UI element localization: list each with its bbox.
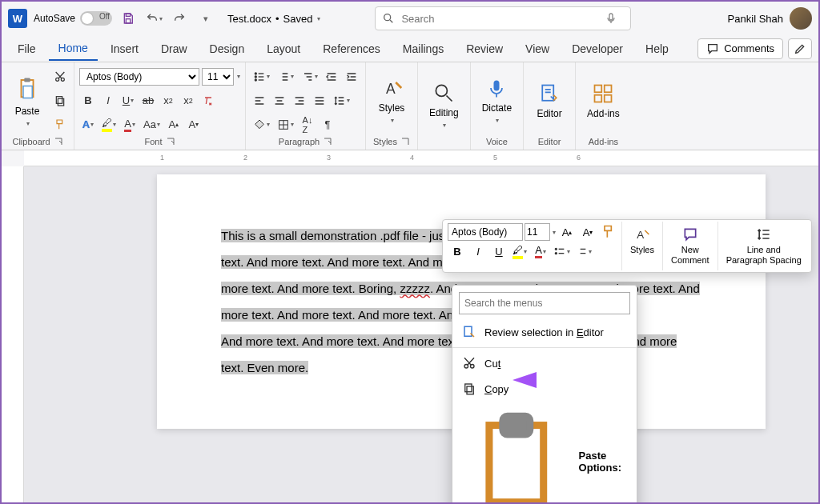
numbering-icon[interactable]: ▾ (573, 242, 593, 260)
svg-rect-1 (126, 19, 130, 23)
dialog-launcher-icon[interactable] (54, 137, 63, 146)
dialog-launcher-icon[interactable] (166, 137, 175, 146)
svg-rect-32 (503, 416, 530, 434)
grow-font-icon[interactable]: A▴ (557, 223, 577, 241)
highlight-icon[interactable]: 🖊▾ (510, 242, 529, 260)
horizontal-ruler[interactable]: 1 2 3 4 5 6 (24, 150, 818, 166)
strikethrough-button[interactable]: ab (139, 92, 157, 110)
search-box[interactable] (375, 6, 631, 30)
grow-font-icon[interactable]: A▴ (165, 116, 183, 134)
bold-button[interactable]: B (448, 242, 467, 260)
svg-point-13 (255, 79, 256, 81)
align-center-icon[interactable] (271, 92, 288, 110)
undo-icon[interactable]: ▾ (144, 9, 163, 28)
font-family-select[interactable]: Aptos (Body) (79, 68, 199, 86)
align-right-icon[interactable] (291, 92, 308, 110)
tab-view[interactable]: View (516, 38, 559, 60)
shrink-font-icon[interactable]: A▾ (185, 116, 203, 134)
shading-icon[interactable]: ▾ (251, 116, 272, 134)
menu-search-input[interactable] (459, 292, 630, 314)
format-painter-icon[interactable] (599, 223, 618, 241)
align-left-icon[interactable] (251, 92, 268, 110)
line-spacing-icon[interactable]: ▾ (331, 92, 352, 110)
mini-styles-button[interactable]: A Styles (625, 223, 659, 258)
subscript-button[interactable]: x2 (159, 92, 177, 110)
menu-cut[interactable]: Cut (452, 350, 637, 376)
italic-button[interactable]: I (99, 92, 117, 110)
bullets-icon[interactable]: ▾ (251, 68, 272, 86)
bold-button[interactable]: B (79, 92, 97, 110)
group-editing: Editing ▾ (418, 62, 471, 150)
increase-indent-icon[interactable] (343, 68, 360, 86)
justify-icon[interactable] (311, 92, 328, 110)
line-spacing-button[interactable]: Line andParagraph Spacing (722, 223, 806, 269)
decrease-indent-icon[interactable] (323, 68, 340, 86)
font-color-icon[interactable]: A▾ (531, 242, 550, 260)
styles-button[interactable]: A Styles ▾ (371, 66, 412, 135)
svg-point-11 (255, 73, 256, 74)
paste-button[interactable]: Paste ▾ (6, 66, 48, 135)
chevron-down-icon[interactable]: ▾ (237, 73, 240, 80)
redo-icon[interactable] (170, 9, 189, 28)
underline-button[interactable]: U▾ (119, 92, 137, 110)
menu-review-editor[interactable]: Review selection in Editor (452, 319, 637, 345)
copy-icon[interactable] (51, 92, 69, 110)
save-icon[interactable] (119, 9, 138, 28)
superscript-button[interactable]: x2 (179, 92, 197, 110)
bullets-icon[interactable]: ▾ (552, 242, 572, 260)
dialog-launcher-icon[interactable] (400, 137, 410, 146)
dictate-button[interactable]: Dictate ▾ (476, 66, 518, 135)
numbering-icon[interactable]: ▾ (275, 68, 296, 86)
qat-customize-icon[interactable]: ▾ (195, 9, 215, 28)
autosave-control[interactable]: AutoSave (34, 11, 112, 26)
show-marks-icon[interactable]: ¶ (319, 116, 336, 134)
voice-group-label: Voice (476, 135, 518, 146)
menu-paste-options-label: Paste Options: (452, 402, 637, 504)
multilevel-list-icon[interactable]: ▾ (299, 68, 320, 86)
mini-font-select[interactable] (448, 223, 523, 241)
cut-icon[interactable] (51, 68, 69, 86)
search-input[interactable] (401, 13, 605, 25)
editor-button[interactable]: Editor (529, 66, 570, 135)
clear-formatting-icon[interactable] (199, 92, 217, 110)
font-color-icon[interactable]: A▾ (121, 116, 139, 134)
format-painter-icon[interactable] (51, 116, 69, 134)
change-case-icon[interactable]: Aa▾ (141, 116, 163, 134)
tab-insert[interactable]: Insert (101, 38, 148, 60)
comments-button[interactable]: Comments (697, 38, 783, 59)
tab-layout[interactable]: Layout (257, 38, 310, 60)
editing-mode-button[interactable] (788, 38, 812, 59)
user-account[interactable]: Pankil Shah (728, 7, 812, 30)
italic-button[interactable]: I (468, 242, 488, 260)
tab-home[interactable]: Home (49, 37, 98, 61)
tab-references[interactable]: References (313, 38, 390, 60)
menu-copy[interactable]: Copy (452, 376, 637, 402)
tab-draw[interactable]: Draw (151, 38, 197, 60)
menu-search[interactable] (459, 292, 630, 314)
tab-help[interactable]: Help (636, 38, 678, 60)
styles-icon: A (380, 77, 403, 99)
underline-button[interactable]: U (489, 242, 508, 260)
borders-icon[interactable]: ▾ (275, 116, 296, 134)
highlight-icon[interactable]: 🖊▾ (99, 116, 119, 134)
editing-button[interactable]: Editing ▾ (423, 66, 465, 145)
shrink-font-icon[interactable]: A▾ (578, 223, 597, 241)
mini-size-select[interactable] (525, 223, 550, 241)
new-comment-button[interactable]: NewComment (666, 223, 714, 269)
tab-file[interactable]: File (8, 38, 46, 60)
dialog-launcher-icon[interactable] (323, 137, 332, 146)
pencil-icon (794, 42, 806, 55)
sort-icon[interactable]: A↓Z (299, 116, 316, 134)
tab-design[interactable]: Design (200, 38, 255, 60)
chevron-down-icon[interactable]: ▾ (553, 229, 556, 236)
document-title[interactable]: Test.docx • Saved ▾ (227, 13, 320, 25)
autosave-toggle[interactable] (80, 11, 112, 26)
tab-review[interactable]: Review (456, 38, 512, 60)
tab-developer[interactable]: Developer (562, 38, 633, 60)
addins-button[interactable]: Add-ins (581, 66, 626, 135)
text-effects-icon[interactable]: A▾ (79, 116, 97, 134)
tab-mailings[interactable]: Mailings (393, 38, 453, 60)
font-size-select[interactable]: 11 (202, 68, 234, 86)
mic-icon[interactable] (605, 12, 617, 25)
vertical-ruler[interactable] (2, 166, 24, 504)
